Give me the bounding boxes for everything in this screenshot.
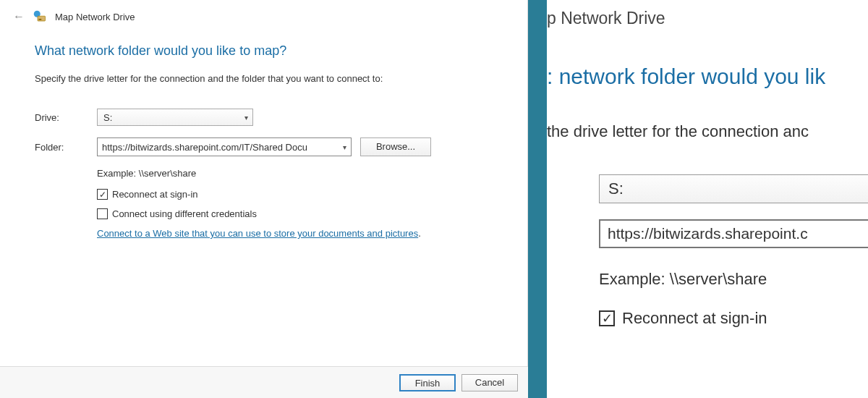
zoom-instruction: the drive letter for the connection anc: [547, 122, 868, 141]
folder-row: Folder: https://bitwizards.sharepoint.co…: [35, 137, 498, 156]
zoom-folder-value: https://bitwizards.sharepoint.c: [608, 225, 808, 242]
cancel-button[interactable]: Cancel: [461, 374, 518, 391]
drive-select[interactable]: S: ▾: [97, 109, 253, 126]
zoom-drive-value: S:: [608, 179, 624, 198]
example-text: Example: \\server\share: [97, 168, 498, 179]
folder-combobox-value: https://bitwizards.sharepoint.com/IT/Sha…: [102, 142, 333, 153]
wizard-title: Map Network Drive: [55, 12, 135, 22]
zoomed-preview: p Network Drive : network folder would y…: [547, 0, 868, 398]
chevron-down-icon: ▾: [244, 114, 248, 122]
folder-options-block: Example: \\server\share ✓ Reconnect at s…: [97, 168, 498, 239]
drive-label: Drive:: [35, 112, 97, 123]
svg-rect-2: [39, 19, 42, 20]
zoom-reconnect-label: Reconnect at sign-in: [622, 309, 767, 328]
folder-combobox[interactable]: https://bitwizards.sharepoint.com/IT/Sha…: [97, 137, 352, 156]
connect-website-link[interactable]: Connect to a Web site that you can use t…: [97, 228, 418, 239]
reconnect-checkbox[interactable]: ✓: [97, 189, 108, 200]
finish-button[interactable]: Finish: [399, 374, 456, 391]
map-network-drive-dialog: ← Map Network Drive What network folder …: [0, 0, 528, 398]
zoom-wizard-title: p Network Drive: [547, 9, 868, 28]
browse-button[interactable]: Browse...: [360, 137, 431, 156]
diffcreds-checkbox[interactable]: [97, 208, 108, 219]
drive-select-value: S:: [103, 112, 112, 123]
diffcreds-checkbox-row[interactable]: Connect using different credentials: [97, 208, 498, 219]
reconnect-checkbox-row[interactable]: ✓ Reconnect at sign-in: [97, 189, 498, 200]
zoom-folder-combobox[interactable]: https://bitwizards.sharepoint.c: [599, 219, 868, 248]
back-icon[interactable]: ←: [13, 10, 25, 23]
zoom-drive-select[interactable]: S:: [599, 174, 868, 203]
page-instruction: Specify the drive letter for the connect…: [35, 73, 498, 84]
zoom-reconnect-row[interactable]: ✓ Reconnect at sign-in: [599, 309, 868, 328]
chevron-down-icon: ▾: [343, 143, 346, 151]
zoom-example-text: Example: \\server\share: [599, 270, 868, 289]
folder-label: Folder:: [35, 142, 97, 153]
reconnect-label: Reconnect at sign-in: [112, 189, 198, 200]
page-headline: What network folder would you like to ma…: [35, 43, 498, 59]
vertical-divider: [528, 0, 547, 398]
dialog-content: What network folder would you like to ma…: [0, 30, 527, 239]
zoom-reconnect-checkbox[interactable]: ✓: [599, 310, 615, 326]
dialog-footer: Finish Cancel: [0, 366, 528, 398]
network-drive-icon: [33, 10, 46, 23]
website-link-row: Connect to a Web site that you can use t…: [97, 228, 498, 239]
dialog-titlebar: ← Map Network Drive: [0, 0, 527, 30]
zoom-headline: : network folder would you lik: [547, 64, 868, 89]
svg-rect-1: [38, 16, 46, 21]
diffcreds-label: Connect using different credentials: [112, 208, 257, 219]
drive-row: Drive: S: ▾: [35, 109, 498, 126]
